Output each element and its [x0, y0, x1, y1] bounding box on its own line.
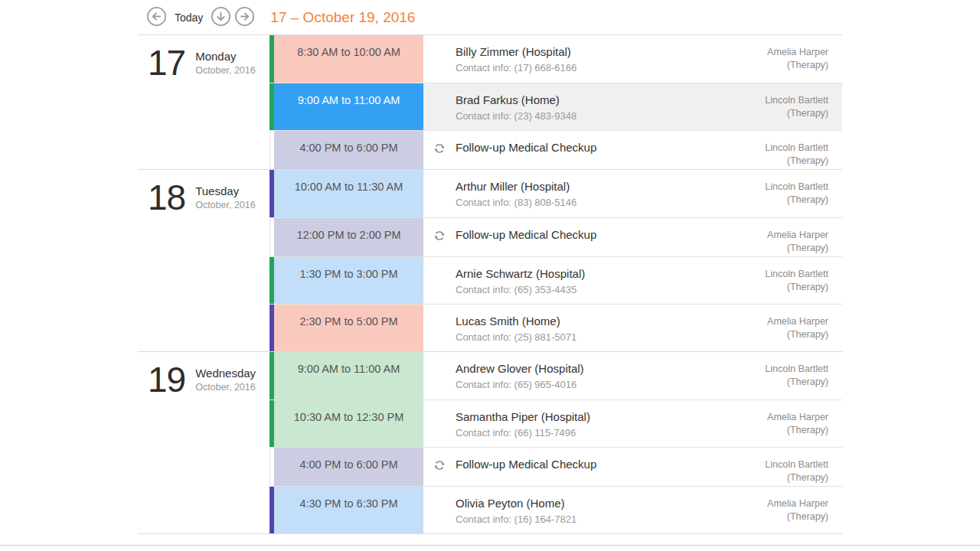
appointment-resource: Lincoln Bartlett (Therapy) [727, 266, 842, 304]
arrow-down-circle-icon [211, 6, 231, 29]
day-name: Wednesday [195, 367, 256, 380]
resource-group: (Therapy) [727, 194, 828, 207]
appointment-time: 1:30 PM to 3:00 PM [274, 257, 423, 304]
date-cell: 18 Tuesday October, 2016 [138, 170, 270, 351]
appointment-title: Billy Zimmer (Hospital) [456, 44, 727, 60]
resource-group: (Therapy) [727, 376, 828, 389]
appointment-contact: Contact info: (25) 881-5071 [456, 331, 727, 343]
appointment-resource: Lincoln Bartlett (Therapy) [727, 457, 842, 486]
appointment-row[interactable]: 4:00 PM to 6:00 PM Follow-up Medical Che… [270, 130, 842, 169]
appointment-time: 4:00 PM to 6:00 PM [274, 131, 423, 169]
appointment-row[interactable]: 12:00 PM to 2:00 PM Follow-up Medical Ch… [270, 217, 842, 256]
day-number: 18 [148, 180, 185, 215]
appointment-row[interactable]: 9:00 AM to 11:00 AM Brad Farkus (Home) C… [270, 83, 842, 130]
resource-group: (Therapy) [727, 242, 828, 255]
resource-name: Amelia Harper [727, 46, 828, 59]
appointment-resource: Amelia Harper (Therapy) [727, 44, 842, 83]
appointment-time: 4:30 PM to 6:30 PM [274, 487, 423, 533]
date-range-title: 17 – October 19, 2016 [270, 9, 415, 26]
appointment-text: Follow-up Medical Checkup [423, 457, 727, 486]
appointment-time: 8:30 AM to 10:00 AM [274, 35, 423, 83]
calendar-button[interactable] [211, 7, 231, 28]
appointment-title: Arthur Miller (Hospital) [456, 179, 727, 194]
resource-name: Lincoln Bartlett [727, 181, 828, 194]
appointment-contact: Contact info: (65) 965-4016 [456, 379, 727, 390]
appointment-time: 9:00 AM to 11:00 AM [274, 83, 423, 130]
appointment-resource: Amelia Harper (Therapy) [727, 227, 842, 256]
appointment-text: Lucas Smith (Home) Contact info: (25) 88… [423, 314, 727, 351]
appointment-row[interactable]: 10:30 AM to 12:30 PM Samantha Piper (Hos… [270, 399, 842, 447]
day-group: 18 Tuesday October, 2016 10:00 AM to 11:… [138, 170, 842, 352]
arrow-left-circle-icon [146, 6, 167, 29]
appointment-title: Arnie Schwartz (Hospital) [456, 266, 727, 282]
recurrence-icon [433, 230, 446, 242]
appointment-title: Follow-up Medical Checkup [456, 140, 727, 155]
appointment-main: Brad Farkus (Home) Contact info: (23) 48… [423, 83, 842, 130]
appointment-text: Samantha Piper (Hospital) Contact info: … [423, 409, 727, 447]
prev-button[interactable] [146, 7, 167, 28]
resource-name: Lincoln Bartlett [727, 94, 828, 107]
day-labels: Tuesday October, 2016 [195, 180, 256, 210]
day-appointments: 10:00 AM to 11:30 AM Arthur Miller (Hosp… [270, 170, 842, 351]
day-group: 19 Wednesday October, 2016 9:00 AM to 11… [138, 352, 842, 534]
appointment-main: Samantha Piper (Hospital) Contact info: … [423, 400, 842, 447]
appointment-text: Andrew Glover (Hospital) Contact info: (… [423, 361, 727, 399]
appointment-text: Follow-up Medical Checkup [423, 227, 727, 256]
appointment-time: 12:00 PM to 2:00 PM [274, 218, 423, 256]
appointment-main: Olivia Peyton (Home) Contact info: (16) … [423, 487, 842, 533]
resource-name: Lincoln Bartlett [727, 142, 828, 155]
resource-group: (Therapy) [727, 107, 828, 120]
resource-name: Amelia Harper [727, 229, 828, 242]
appointment-text: Billy Zimmer (Hospital) Contact info: (1… [423, 44, 727, 83]
resource-name: Lincoln Bartlett [727, 268, 828, 281]
appointment-row[interactable]: 9:00 AM to 11:00 AM Andrew Glover (Hospi… [270, 352, 842, 399]
appointment-title: Andrew Glover (Hospital) [456, 361, 727, 377]
appointment-time: 9:00 AM to 11:00 AM [274, 352, 423, 399]
appointment-contact: Contact info: (66) 115-7496 [456, 427, 727, 439]
day-month-year: October, 2016 [195, 382, 256, 393]
resource-group: (Therapy) [727, 59, 828, 72]
appointment-main: Follow-up Medical Checkup Amelia Harper … [423, 218, 842, 256]
bottom-divider [0, 545, 980, 546]
appointment-contact: Contact info: (65) 353-4435 [456, 284, 727, 295]
appointment-text: Arthur Miller (Hospital) Contact info: (… [423, 179, 727, 217]
appointment-main: Follow-up Medical Checkup Lincoln Bartle… [423, 448, 842, 486]
appointment-time: 10:30 AM to 12:30 PM [274, 400, 423, 447]
day-group: 17 Monday October, 2016 8:30 AM to 10:00… [138, 35, 842, 170]
day-number: 19 [148, 362, 185, 397]
appointment-text: Brad Farkus (Home) Contact info: (23) 48… [423, 93, 727, 130]
resource-group: (Therapy) [727, 510, 828, 523]
appointment-resource: Amelia Harper (Therapy) [727, 496, 842, 533]
appointment-row[interactable]: 4:30 PM to 6:30 PM Olivia Peyton (Home) … [270, 486, 842, 533]
resource-group: (Therapy) [727, 328, 828, 341]
appointment-row[interactable]: 1:30 PM to 3:00 PM Arnie Schwartz (Hospi… [270, 256, 842, 304]
next-button[interactable] [234, 7, 255, 28]
appointment-title: Follow-up Medical Checkup [456, 457, 727, 472]
appointment-main: Arnie Schwartz (Hospital) Contact info: … [423, 257, 842, 304]
date-cell: 19 Wednesday October, 2016 [138, 352, 270, 533]
appointment-row[interactable]: 10:00 AM to 11:30 AM Arthur Miller (Hosp… [270, 170, 842, 217]
appointment-time: 10:00 AM to 11:30 AM [274, 170, 423, 217]
day-month-year: October, 2016 [195, 200, 256, 210]
appointment-title: Samantha Piper (Hospital) [456, 409, 727, 425]
resource-name: Amelia Harper [727, 411, 828, 424]
scheduler-navigator: Today 17 – October 19, 2016 [138, 0, 842, 35]
appointment-row[interactable]: 2:30 PM to 5:00 PM Lucas Smith (Home) Co… [270, 304, 842, 351]
agenda-view: 17 Monday October, 2016 8:30 AM to 10:00… [138, 35, 842, 534]
today-button[interactable]: Today [175, 11, 203, 24]
resource-group: (Therapy) [727, 424, 828, 437]
recurrence-icon [433, 459, 446, 471]
appointment-text: Arnie Schwartz (Hospital) Contact info: … [423, 266, 727, 304]
appointment-resource: Amelia Harper (Therapy) [727, 409, 842, 447]
appointment-main: Follow-up Medical Checkup Lincoln Bartle… [423, 131, 842, 169]
day-labels: Monday October, 2016 [195, 45, 256, 76]
appointment-resource: Amelia Harper (Therapy) [727, 314, 842, 351]
appointment-resource: Lincoln Bartlett (Therapy) [727, 361, 842, 399]
day-labels: Wednesday October, 2016 [195, 362, 256, 393]
appointment-row[interactable]: 8:30 AM to 10:00 AM Billy Zimmer (Hospit… [270, 35, 842, 83]
day-name: Monday [195, 50, 256, 63]
appointment-main: Lucas Smith (Home) Contact info: (25) 88… [423, 305, 842, 351]
day-number: 17 [148, 45, 185, 80]
appointment-row[interactable]: 4:00 PM to 6:00 PM Follow-up Medical Che… [270, 447, 842, 486]
recurrence-icon [433, 142, 446, 155]
